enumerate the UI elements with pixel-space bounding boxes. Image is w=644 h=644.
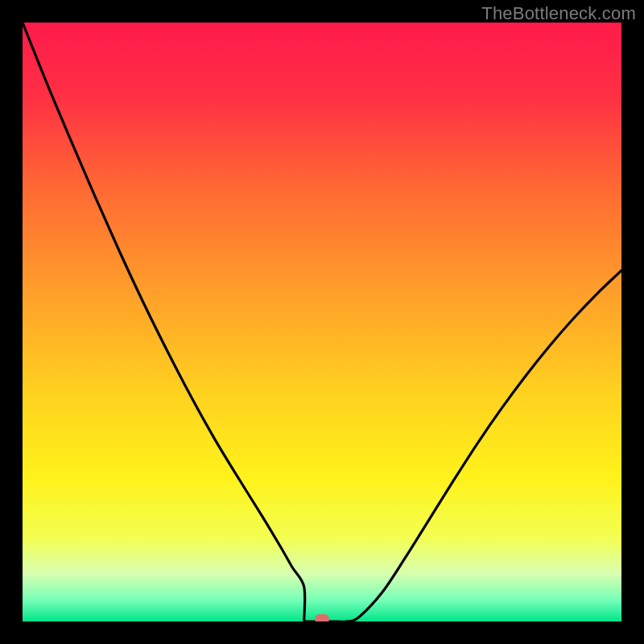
plot-inner — [23, 23, 621, 621]
optimum-marker — [315, 614, 329, 621]
bottleneck-curve — [23, 23, 621, 621]
plot-area — [23, 23, 621, 621]
watermark-text: TheBottleneck.com — [481, 3, 636, 24]
